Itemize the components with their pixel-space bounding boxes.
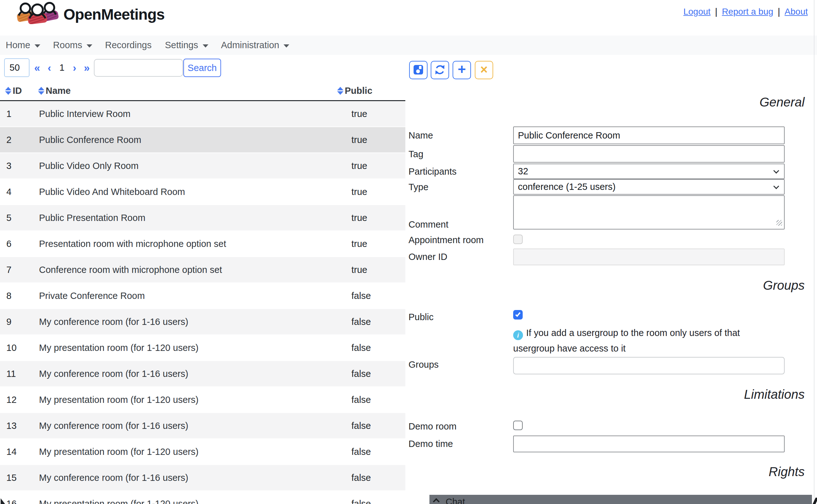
openmeetings-logo-icon xyxy=(15,1,61,25)
room-name-cell: My conference room (for 1-16 users) xyxy=(39,369,351,379)
table-row[interactable]: 1 Public Interview Room true xyxy=(0,101,405,127)
next-page-button[interactable]: › xyxy=(73,62,76,74)
comment-field[interactable] xyxy=(513,195,785,229)
sort-header-name[interactable]: Name xyxy=(38,86,71,96)
close-icon: × xyxy=(480,63,488,76)
room-id-cell: 11 xyxy=(0,369,39,379)
room-public-cell: false xyxy=(351,473,405,483)
room-public-cell: true xyxy=(351,213,405,223)
table-row[interactable]: 14 My presentation room (for 1-120 users… xyxy=(0,439,405,465)
room-name-cell: Public Video And Whiteboard Room xyxy=(39,187,351,197)
sort-header-public[interactable]: Public xyxy=(337,86,372,96)
tag-label: Tag xyxy=(408,149,424,159)
table-row[interactable]: 16 My presentation room (for 1-120 users… xyxy=(0,491,405,504)
sort-header-id[interactable]: ID xyxy=(5,86,22,96)
table-row[interactable]: 4 Public Video And Whiteboard Room true xyxy=(0,179,405,205)
chat-toggle-bar[interactable]: Chat xyxy=(430,495,812,504)
first-page-button[interactable]: « xyxy=(34,62,40,74)
room-id-cell: 8 xyxy=(0,291,39,301)
scrollbar-track[interactable] xyxy=(814,0,814,504)
table-row[interactable]: 8 Private Conference Room false xyxy=(0,283,405,309)
corner-artifact xyxy=(813,498,817,504)
nav-item-recordings[interactable]: Recordings xyxy=(104,40,152,50)
room-name-cell: Public Video Only Room xyxy=(39,161,351,171)
nav-item-settings[interactable]: Settings xyxy=(164,40,208,50)
tag-field[interactable] xyxy=(513,145,785,163)
table-row[interactable]: 2 Public Conference Room true xyxy=(0,127,405,153)
table-row[interactable]: 6 Presentation room with microphone opti… xyxy=(0,231,405,257)
appointment-room-checkbox xyxy=(513,235,523,244)
caret-artifact xyxy=(1,498,5,504)
rooms-table-header: ID Name Public xyxy=(0,82,405,100)
top-links: Logout | Report a bug | About xyxy=(684,6,808,17)
report-bug-link[interactable]: Report a bug xyxy=(722,7,773,17)
groups-field[interactable] xyxy=(513,357,785,374)
table-row[interactable]: 12 My presentation room (for 1-120 users… xyxy=(0,387,405,413)
chevron-down-icon xyxy=(773,168,779,173)
demo-time-field[interactable] xyxy=(513,436,785,452)
room-name-cell: My conference room (for 1-16 users) xyxy=(39,421,351,431)
last-page-button[interactable]: » xyxy=(84,62,90,74)
comment-label: Comment xyxy=(408,219,449,230)
nav-item-administration[interactable]: Administration xyxy=(220,40,289,50)
page-size-input[interactable]: 50 xyxy=(4,58,29,77)
table-row[interactable]: 15 My conference room (for 1-16 users) f… xyxy=(0,465,405,491)
name-field[interactable] xyxy=(513,126,785,144)
demo-room-label: Demo room xyxy=(408,421,457,432)
participants-select[interactable]: 32 xyxy=(513,164,785,179)
search-button[interactable]: Search xyxy=(183,59,221,77)
table-row[interactable]: 5 Public Presentation Room true xyxy=(0,205,405,231)
save-button[interactable] xyxy=(409,61,428,79)
room-public-cell: true xyxy=(351,187,405,197)
room-id-cell: 10 xyxy=(0,343,39,353)
nav-item-rooms[interactable]: Rooms xyxy=(52,40,92,50)
about-link[interactable]: About xyxy=(785,7,808,17)
table-row[interactable]: 3 Public Video Only Room true xyxy=(0,153,405,179)
room-public-cell: true xyxy=(351,265,405,275)
link-separator: | xyxy=(778,6,780,17)
delete-button[interactable]: × xyxy=(475,61,493,79)
room-id-cell: 1 xyxy=(0,109,39,119)
room-id-cell: 14 xyxy=(0,447,39,457)
room-id-cell: 4 xyxy=(0,187,39,197)
room-public-cell: false xyxy=(351,447,405,457)
room-public-cell: false xyxy=(351,395,405,405)
room-public-cell: true xyxy=(351,109,405,119)
type-label: Type xyxy=(408,182,429,192)
refresh-icon xyxy=(434,64,446,77)
table-row[interactable]: 13 My conference room (for 1-16 users) f… xyxy=(0,413,405,439)
nav-item-home[interactable]: Home xyxy=(5,40,40,50)
room-name-cell: My presentation room (for 1-120 users) xyxy=(39,395,351,405)
chat-label: Chat xyxy=(446,497,465,504)
room-public-cell: true xyxy=(351,161,405,171)
sort-icon xyxy=(38,87,44,95)
prev-page-button[interactable]: ‹ xyxy=(48,62,51,74)
room-id-cell: 9 xyxy=(0,317,39,327)
room-name-cell: Conference room with microphone option s… xyxy=(39,265,351,275)
table-row[interactable]: 11 My conference room (for 1-16 users) f… xyxy=(0,361,405,387)
public-label: Public xyxy=(408,312,434,322)
room-public-cell: false xyxy=(351,421,405,431)
resize-grip-icon[interactable] xyxy=(776,220,782,226)
add-button[interactable]: + xyxy=(453,61,471,79)
chevron-down-icon xyxy=(203,44,208,48)
section-heading-limitations: Limitations xyxy=(744,387,805,402)
logout-link[interactable]: Logout xyxy=(684,7,711,17)
refresh-button[interactable] xyxy=(431,61,449,79)
type-select[interactable]: conference (1-25 users) xyxy=(513,179,785,195)
table-row[interactable]: 7 Conference room with microphone option… xyxy=(0,257,405,283)
room-public-cell: true xyxy=(351,239,405,249)
appointment-room-label: Appointment room xyxy=(408,235,484,245)
chevron-down-icon xyxy=(283,44,289,48)
public-checkbox[interactable] xyxy=(513,310,523,320)
table-row[interactable]: 9 My conference room (for 1-16 users) fa… xyxy=(0,309,405,335)
search-input[interactable] xyxy=(94,59,183,77)
groups-info-text: iIf you add a usergroup to the room only… xyxy=(513,325,764,356)
room-id-cell: 12 xyxy=(0,395,39,405)
groups-label: Groups xyxy=(408,359,439,370)
chevron-down-icon xyxy=(35,44,40,48)
demo-room-checkbox[interactable] xyxy=(513,421,523,430)
room-name-cell: My presentation room (for 1-120 users) xyxy=(39,447,351,457)
main-navbar: Home Rooms Recordings Settings Administr… xyxy=(0,36,817,55)
table-row[interactable]: 10 My presentation room (for 1-120 users… xyxy=(0,335,405,361)
